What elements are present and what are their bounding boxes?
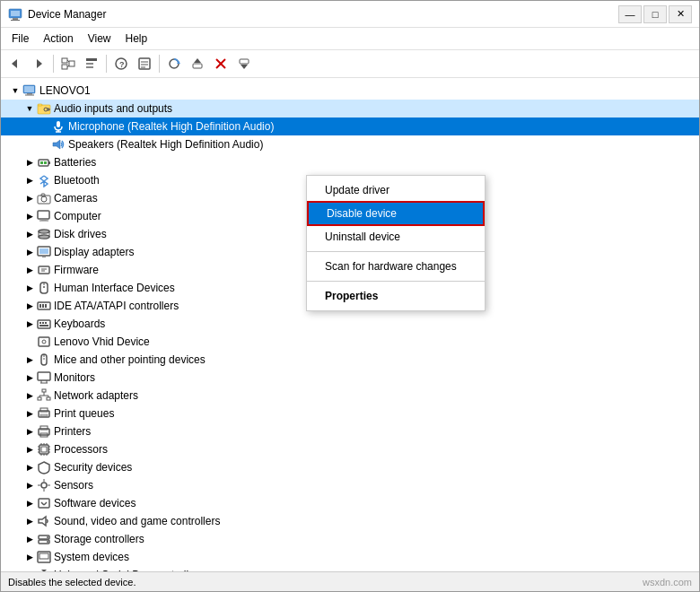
computer-node-icon bbox=[37, 209, 51, 223]
svg-rect-55 bbox=[39, 248, 48, 254]
tree-item-microphone[interactable]: Microphone (Realtek High Definition Audi… bbox=[1, 118, 699, 135]
expand-diskdrives[interactable]: ▶ bbox=[22, 227, 37, 241]
toolbar-collapse-btn[interactable] bbox=[81, 53, 102, 74]
expand-monitors[interactable]: ▶ bbox=[22, 370, 37, 385]
expand-firmware[interactable]: ▶ bbox=[22, 263, 37, 277]
ctx-scan-hardware[interactable]: Scan for hardware changes bbox=[307, 256, 485, 277]
expand-cameras[interactable]: ▶ bbox=[22, 191, 37, 205]
vhid-icon bbox=[37, 335, 51, 349]
context-menu: Update driver Disable device Uninstall d… bbox=[306, 175, 486, 311]
expand-bluetooth[interactable]: ▶ bbox=[22, 173, 37, 187]
svg-rect-69 bbox=[42, 322, 44, 324]
toolbar-help-btn[interactable]: ? bbox=[110, 53, 132, 74]
toolbar-tree-btn[interactable] bbox=[57, 53, 79, 74]
tree-item-processors[interactable]: ▶ bbox=[1, 440, 699, 458]
tree-item-audio[interactable]: ▼ Audio inputs and outputs bbox=[1, 100, 699, 118]
tree-item-lenovovhid[interactable]: Lenovo Vhid Device bbox=[1, 333, 699, 351]
expand-displayadapters[interactable]: ▶ bbox=[22, 245, 37, 259]
toolbar-properties-btn[interactable] bbox=[134, 53, 155, 74]
batteries-label: Batteries bbox=[54, 156, 96, 169]
close-button[interactable]: ✕ bbox=[669, 5, 692, 23]
expand-keyboards[interactable]: ▶ bbox=[22, 317, 37, 331]
toolbar-back-btn[interactable] bbox=[4, 53, 26, 74]
expand-security[interactable]: ▶ bbox=[22, 460, 37, 474]
speaker-icon bbox=[51, 137, 66, 152]
diskdrives-label: Disk drives bbox=[54, 228, 107, 240]
svg-rect-50 bbox=[39, 221, 48, 222]
processors-label: Processors bbox=[54, 443, 108, 456]
toolbar-uninstall-btn[interactable] bbox=[210, 53, 232, 74]
computer-icon bbox=[22, 83, 37, 98]
expand-system[interactable]: ▶ bbox=[22, 550, 37, 564]
storage-label: Storage controllers bbox=[54, 533, 144, 545]
ctx-properties[interactable]: Properties bbox=[307, 285, 485, 307]
expand-printers[interactable]: ▶ bbox=[22, 424, 37, 439]
toolbar-update-btn[interactable] bbox=[187, 53, 208, 74]
ctx-update-driver[interactable]: Update driver bbox=[307, 179, 485, 201]
expand-printqueues[interactable]: ▶ bbox=[22, 406, 37, 421]
menu-view[interactable]: View bbox=[81, 30, 118, 48]
tree-item-printers[interactable]: ▶ Printers bbox=[1, 422, 699, 440]
toolbar-rollback-btn[interactable] bbox=[233, 53, 255, 74]
tree-item-network[interactable]: ▶ Network adapters bbox=[1, 387, 699, 405]
device-tree[interactable]: ▼ LENOVO1 ▼ bbox=[1, 78, 699, 571]
usb-label: Universal Serial Bus controllers bbox=[54, 569, 204, 571]
tree-item-sound[interactable]: ▶ Sound, video and game controllers bbox=[1, 512, 699, 530]
expand-storage[interactable]: ▶ bbox=[22, 532, 37, 546]
svg-rect-66 bbox=[45, 304, 47, 308]
expand-lenovo1[interactable]: ▼ bbox=[8, 83, 22, 98]
expand-mice[interactable]: ▶ bbox=[22, 353, 37, 367]
device-manager-window: Device Manager — □ ✕ File Action View He… bbox=[0, 0, 700, 592]
menu-file[interactable]: File bbox=[4, 30, 36, 48]
toolbar-sep-1 bbox=[53, 55, 54, 73]
batteries-icon bbox=[37, 155, 51, 170]
tree-item-storage[interactable]: ▶ Storage controllers bbox=[1, 530, 699, 548]
tree-item-mice[interactable]: ▶ Mice and other pointing devices bbox=[1, 351, 699, 369]
minimize-button[interactable]: — bbox=[618, 5, 642, 23]
tree-item-speakers[interactable]: Speakers (Realtek High Definition Audio) bbox=[1, 135, 699, 153]
expand-ide[interactable]: ▶ bbox=[22, 299, 37, 313]
ctx-separator-1 bbox=[307, 251, 485, 252]
ctx-uninstall-device[interactable]: Uninstall device bbox=[307, 226, 485, 248]
menu-help[interactable]: Help bbox=[118, 30, 155, 48]
svg-rect-67 bbox=[38, 320, 50, 328]
svg-rect-6 bbox=[62, 58, 67, 63]
toolbar-forward-btn[interactable] bbox=[28, 53, 49, 74]
tree-item-software[interactable]: ▶ Software devices bbox=[1, 494, 699, 512]
expand-computer-node[interactable]: ▶ bbox=[22, 209, 37, 223]
mouse-icon bbox=[37, 353, 51, 367]
tree-item-sensors[interactable]: ▶ Sensors bbox=[1, 476, 699, 494]
tree-item-security[interactable]: ▶ Security devices bbox=[1, 458, 699, 476]
svg-rect-12 bbox=[86, 63, 93, 65]
svg-rect-95 bbox=[41, 447, 47, 452]
firmware-label: Firmware bbox=[54, 264, 99, 276]
expand-network[interactable]: ▶ bbox=[22, 388, 37, 403]
tree-item-system[interactable]: ▶ System devices bbox=[1, 548, 699, 566]
expand-sensors[interactable]: ▶ bbox=[22, 478, 37, 492]
toolbar-scan-btn[interactable] bbox=[163, 53, 185, 74]
tree-item-monitors[interactable]: ▶ Monitors bbox=[1, 369, 699, 387]
expand-batteries[interactable]: ▶ bbox=[22, 155, 37, 170]
ctx-disable-device[interactable]: Disable device bbox=[307, 201, 485, 226]
maximize-button[interactable]: □ bbox=[643, 5, 667, 23]
expand-audio[interactable]: ▼ bbox=[22, 101, 37, 116]
expand-hid[interactable]: ▶ bbox=[22, 281, 37, 295]
svg-rect-113 bbox=[39, 499, 49, 508]
tree-item-usb[interactable]: ▶ Universal Serial Bus controllers bbox=[1, 566, 699, 571]
tree-item-printqueues[interactable]: ▶ Print queues bbox=[1, 405, 699, 422]
expand-software[interactable]: ▶ bbox=[22, 496, 37, 510]
expand-processors[interactable]: ▶ bbox=[22, 442, 37, 457]
expand-usb[interactable]: ▶ bbox=[22, 568, 37, 571]
keyboards-label: Keyboards bbox=[54, 318, 105, 330]
expand-sound[interactable]: ▶ bbox=[22, 514, 37, 528]
audio-label: Audio inputs and outputs bbox=[54, 102, 172, 115]
svg-point-120 bbox=[47, 541, 48, 543]
tree-item-lenovo1[interactable]: ▼ LENOVO1 bbox=[1, 82, 699, 100]
svg-text:?: ? bbox=[119, 60, 125, 69]
system-label: System devices bbox=[54, 551, 129, 563]
microphone-label: Microphone (Realtek High Definition Audi… bbox=[68, 120, 274, 133]
tree-item-keyboards[interactable]: ▶ Keyboards bbox=[1, 315, 699, 333]
tree-item-batteries[interactable]: ▶ Batteries bbox=[1, 153, 699, 171]
menu-action[interactable]: Action bbox=[36, 30, 80, 48]
svg-rect-30 bbox=[27, 93, 32, 95]
